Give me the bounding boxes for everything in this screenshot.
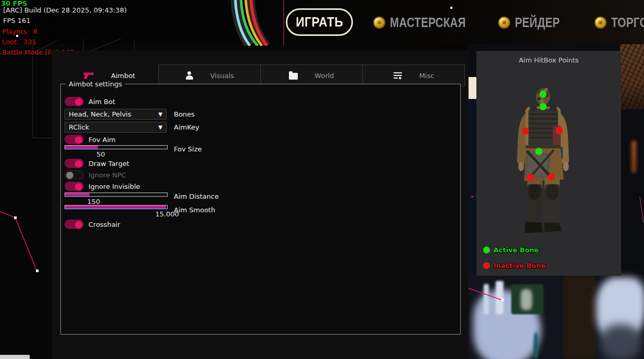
rainbow-streak (224, 0, 286, 46)
toggle-knob (75, 183, 82, 190)
fps-text: FPS 161 (3, 16, 31, 27)
fov-aim-label: Fov Aim (89, 136, 116, 144)
aim-distance-slider[interactable]: 150 (65, 193, 168, 197)
tab-label: World (314, 72, 334, 80)
tab-label: Visuals (210, 72, 234, 80)
coin-icon (373, 17, 385, 29)
menu-item-trade[interactable]: ТОРГО (595, 15, 644, 30)
bone-dot-left-thigh (527, 174, 534, 181)
toggle-knob (75, 98, 82, 106)
tab-label: Aimbot (111, 72, 135, 80)
scene-pillar (563, 275, 596, 359)
bone-dot-right-thigh (548, 173, 555, 181)
toggle-knob (75, 221, 82, 228)
bone-dot-left-elbow (522, 127, 529, 135)
bones-select[interactable]: Head, Neck, Pelvis ▼ (65, 109, 167, 120)
bones-select-value: Head, Neck, Pelvis (69, 110, 131, 118)
aimbot-settings-group: Aimbot settings Aim Bot Head, Neck, Pelv… (60, 84, 461, 335)
aim-distance-value: 150 (87, 198, 100, 206)
draw-target-toggle[interactable] (65, 159, 84, 168)
slider-fill (65, 193, 90, 196)
toggle-knob (66, 172, 73, 179)
aim-smooth-label: Aim Smooth (174, 206, 215, 214)
tab-label: Misc (419, 72, 434, 80)
bone-dot-neck (539, 103, 547, 110)
draw-target-label: Draw Target (89, 160, 129, 168)
aim-distance-label: Aim Distance (174, 193, 219, 200)
fov-size-slider[interactable]: 50 (65, 145, 168, 149)
menu-item-label: ТОРГО (611, 15, 644, 31)
build-text: [ARC] Build (Dec 28 2025, 09:43:38) (3, 5, 127, 16)
aimkey-label: AimKey (174, 123, 199, 131)
bones-label: Bones (174, 110, 195, 118)
inactive-bone-dot-icon (483, 262, 490, 269)
active-bone-dot-icon (483, 247, 490, 253)
loot-text: Loot: 331 (2, 37, 36, 48)
toggle-knob (75, 136, 82, 144)
tab-visuals[interactable]: Visuals (158, 65, 261, 86)
legend-active-bone: Active Bone (483, 246, 539, 254)
game-screen: 30 FPS [ARC] Build (Dec 28 2025, 09:43:3… (0, 0, 644, 359)
group-title: Aimbot settings (66, 80, 125, 88)
character-model (476, 51, 621, 276)
ignore-npc-label: Ignore NPC (89, 171, 126, 179)
scene-shadow-blob (600, 324, 641, 359)
scene-teal-light (534, 332, 538, 359)
hitbox-panel: Aim HitBox Points (476, 51, 621, 276)
toggle-knob (75, 160, 82, 168)
scene-light-column (496, 281, 503, 314)
fov-aim-toggle[interactable] (65, 135, 84, 144)
folder-icon (289, 73, 298, 80)
menu-item-workshop[interactable]: МАСТЕРСКАЯ (373, 15, 485, 30)
bone-dot-pelvis (535, 148, 542, 155)
aim-bot-toggle[interactable] (65, 97, 84, 106)
aimkey-select-value: RClick (69, 123, 89, 131)
slider-fill (65, 146, 98, 149)
person-icon (185, 71, 194, 80)
tab-misc[interactable]: Misc (362, 65, 465, 86)
scene-flame (632, 140, 636, 173)
coin-icon (595, 17, 607, 29)
debug-hud: 30 FPS [ARC] Build (Dec 28 2025, 09:43:3… (0, 0, 9, 85)
play-button-label: ИГРАТЬ (296, 14, 343, 30)
chevron-down-icon: ▼ (158, 111, 162, 117)
legend-label: Inactive Bone (494, 262, 546, 270)
aimkey-select[interactable]: RClick ▼ (65, 122, 167, 133)
ignore-invisible-toggle[interactable] (65, 182, 84, 191)
esp-node (36, 270, 39, 272)
playlist-add-icon (393, 71, 402, 80)
crosshair-toggle[interactable] (65, 220, 84, 229)
chevron-down-icon: ▼ (158, 124, 162, 130)
aim-smooth-slider[interactable]: 15.000 (65, 205, 168, 209)
menu-item-raider[interactable]: РЕЙДЕР (498, 15, 571, 30)
crosshair-label: Crosshair (89, 221, 120, 228)
menu-item-label: МАСТЕРСКАЯ (390, 15, 466, 31)
menu-item-label: РЕЙДЕР (515, 15, 560, 31)
scene-rust-wall (620, 44, 644, 109)
scene-sign-glyph (521, 289, 532, 310)
cheat-window: Aimbot Visuals World (52, 50, 469, 359)
legend-inactive-bone: Inactive Bone (483, 262, 546, 270)
fov-size-label: Fov Size (174, 145, 201, 153)
fov-size-value: 50 (96, 150, 105, 158)
scene-light-column (484, 284, 489, 314)
aim-bot-label: Aim Bot (89, 98, 115, 106)
slider-fill (65, 206, 166, 209)
coin-icon (498, 17, 510, 29)
ignore-npc-toggle[interactable] (65, 170, 84, 179)
esp-node (14, 216, 17, 219)
bone-dot-right-elbow (555, 127, 563, 134)
tab-world[interactable]: World (260, 65, 363, 86)
pistol-icon (83, 71, 94, 80)
legend-label: Active Bone (494, 246, 539, 254)
esp-node (450, 7, 452, 9)
bone-dot-head (539, 91, 547, 98)
scene-light-strip (0, 355, 30, 359)
players-text: Players: 8 (2, 27, 37, 37)
esp-node (501, 299, 504, 301)
scene-bottom (467, 275, 644, 359)
play-button[interactable]: ИГРАТЬ (286, 8, 353, 36)
ignore-invisible-label: Ignore Invisible (89, 183, 140, 190)
